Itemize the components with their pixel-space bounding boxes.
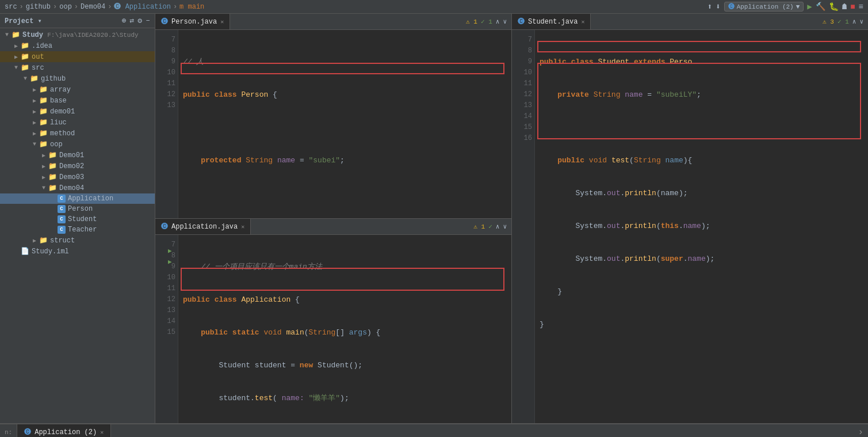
sidebar-item-liuc[interactable]: ▶ 📁 liuc — [0, 117, 155, 128]
sidebar-item-person[interactable]: C Person — [0, 204, 155, 214]
sidebar-item-demo03oop[interactable]: ▶ 📁 Demo03 — [0, 172, 155, 183]
sidebar-item-demo01oop[interactable]: ▶ 📁 Demo01 — [0, 150, 155, 161]
sidebar-title: Project ▾ — [5, 17, 42, 25]
sidebar-item-base[interactable]: ▶ 📁 base — [0, 95, 155, 106]
sidebar-item-label: struct — [50, 237, 75, 245]
main-layout: Project ▾ ⊕ ⇄ ⚙ – ▼ 📁 Study F:\java\IDEA… — [0, 14, 868, 423]
student-java-code: public class Student extends Perso priva… — [535, 30, 868, 423]
expand-icon[interactable]: ∧ — [852, 18, 856, 25]
breadcrumb-demo04: Demo04 — [81, 3, 105, 11]
sidebar-item-label: github — [41, 75, 66, 83]
sidebar-item-label: Person — [68, 205, 93, 213]
sidebar-item-src[interactable]: ▼ 📁 src — [0, 62, 155, 73]
run-config-selector[interactable]: 🅒 Application (2) ▼ — [724, 2, 804, 12]
demo03oop-folder-icon: 📁 — [48, 173, 57, 181]
sidebar-item-demo01[interactable]: ▶ 📁 demo01 — [0, 106, 155, 117]
sidebar-item-array[interactable]: ▶ 📁 array — [0, 84, 155, 95]
expand-icon[interactable]: ∧ — [496, 18, 500, 25]
ok-badge: ✓ 1 — [838, 18, 849, 25]
breadcrumb-oop: oop — [59, 3, 72, 11]
tab-close-icon[interactable]: ✕ — [241, 223, 244, 230]
breadcrumb-application: 🅒 Application — [114, 2, 170, 11]
sidebar-item-student[interactable]: C Student — [0, 214, 155, 225]
sidebar-item-label: liuc — [50, 119, 67, 127]
tab-student-java[interactable]: 🅒 Student.java ✕ — [512, 14, 591, 29]
run-line-icon2[interactable]: ▶ — [168, 257, 172, 268]
debug-icon[interactable]: 🐛 — [829, 2, 839, 12]
line-numbers: 7 8 9 10 11 12 13 14 15 — [155, 235, 178, 423]
bottom-panel: n: 🅒 Application (2) ✕ › ▲ ▼ ≡ ↓ F:\Java… — [0, 423, 868, 437]
sidebar-item-label: Demo02 — [59, 162, 84, 170]
sidebar-item-demo02oop[interactable]: ▶ 📁 Demo02 — [0, 161, 155, 172]
breadcrumb: src › github › oop › Demo04 › 🅒 Applicat… — [5, 2, 204, 11]
sidebar-item-method[interactable]: ▶ 📁 method — [0, 128, 155, 139]
student-java-editor[interactable]: 7 8 9 10 11 12 13 14 15 16 public class … — [512, 30, 868, 423]
sidebar-item-github[interactable]: ▼ 📁 github — [0, 73, 155, 84]
java-class-icon: C — [58, 205, 66, 213]
collapse-icon[interactable]: ∨ — [503, 223, 507, 230]
java-class-icon: C — [58, 226, 66, 234]
sidebar-item-label: demo01 — [50, 108, 75, 116]
arrow-icon: ▶ — [30, 237, 39, 244]
arrow-icon: ▶ — [30, 119, 39, 126]
highlight-box-student-name — [537, 41, 861, 52]
tab-application-run[interactable]: 🅒 Application (2) ✕ — [17, 424, 111, 437]
settings-icon[interactable]: ≡ — [859, 2, 863, 12]
nav-forward-icon[interactable]: ⬇ — [716, 2, 720, 12]
collapse-icon[interactable]: ∨ — [859, 18, 863, 25]
java-class-tab-icon: 🅒 — [161, 17, 168, 26]
sidebar-item-label: Teacher — [68, 226, 97, 234]
build-icon[interactable]: 🔨 — [816, 2, 825, 12]
run-tab-icon: 🅒 — [24, 428, 31, 436]
run-line-icon[interactable]: ▶ — [168, 246, 172, 257]
sidebar-item-label: out — [32, 53, 44, 61]
breadcrumb-main: m main — [179, 3, 204, 11]
sidebar-item-idea[interactable]: ▶ 📁 .idea — [0, 40, 155, 51]
sidebar-item-label: Student — [68, 215, 97, 223]
tab-application-java[interactable]: 🅒 Application.java ✕ — [155, 219, 251, 234]
stop-icon[interactable]: ■ — [850, 2, 855, 12]
sidebar-item-struct[interactable]: ▶ 📁 struct — [0, 235, 155, 246]
tab-close-icon[interactable]: ✕ — [100, 429, 104, 436]
collapse-icon[interactable]: ∨ — [503, 18, 507, 25]
arrow-icon: ▼ — [2, 32, 12, 38]
top-bar-right: ⬆ ⬇ 🅒 Application (2) ▼ ▶ 🔨 🐛 ☗ ■ ≡ — [708, 2, 863, 12]
sidebar-item-study[interactable]: ▼ 📁 Study F:\java\IDEA2020.2\Study — [0, 29, 155, 40]
run-button[interactable]: ▶ — [807, 2, 812, 12]
left-bottom-tabs: 🅒 Application.java ✕ ⚠ 1 ✓ ∧ ∨ — [155, 219, 511, 235]
breadcrumb-src: src — [5, 3, 17, 11]
sidebar-item-oop[interactable]: ▼ 📁 oop — [0, 139, 155, 150]
out-folder-icon: 📁 — [21, 52, 29, 61]
nav-back-icon[interactable]: ⬆ — [708, 2, 712, 12]
sidebar-item-label: Demo04 — [59, 184, 84, 192]
tab-close-icon[interactable]: ✕ — [581, 18, 584, 25]
person-java-editor[interactable]: 7 8 9 10 11 12 13 // 人 public class Pers… — [155, 30, 511, 218]
tab-label: Application (2) — [35, 428, 97, 436]
sidebar-gear-icon[interactable]: ⚙ — [137, 16, 142, 25]
run-config-label: Application (2) — [737, 3, 794, 10]
sidebar-item-teacher[interactable]: C Teacher — [0, 225, 155, 235]
application-java-editor[interactable]: 7 8 9 10 11 12 13 14 15 // 一个项目应该只有一个mai… — [155, 235, 511, 423]
dropdown-icon: ▼ — [796, 3, 800, 10]
sidebar-settings-icon[interactable]: ⊕ — [122, 16, 127, 25]
coverage-icon[interactable]: ☗ — [842, 2, 847, 12]
sidebar-item-label: src — [32, 64, 44, 72]
sidebar-item-demo04oop[interactable]: ▼ 📁 Demo04 — [0, 183, 155, 193]
sidebar-item-label: oop — [50, 140, 63, 149]
sidebar-minimize-icon[interactable]: – — [146, 16, 150, 25]
arrow-icon: ▶ — [30, 130, 39, 137]
sidebar-item-out[interactable]: ▶ 📁 out — [0, 51, 155, 62]
method-folder-icon: 📁 — [39, 129, 48, 138]
tab-person-java[interactable]: 🅒 Person.java ✕ — [155, 14, 230, 29]
sidebar: Project ▾ ⊕ ⇄ ⚙ – ▼ 📁 Study F:\java\IDEA… — [0, 14, 155, 423]
sidebar-collapse-icon[interactable]: ⇄ — [130, 16, 135, 25]
sidebar-item-application[interactable]: C Application — [0, 193, 155, 204]
sidebar-item-studyiml[interactable]: 📄 Study.iml — [0, 246, 155, 257]
tab-close-icon[interactable]: ✕ — [220, 18, 224, 25]
arrow-icon: ▶ — [12, 54, 21, 60]
top-bar: src › github › oop › Demo04 › 🅒 Applicat… — [0, 0, 868, 14]
editor-split: 🅒 Person.java ✕ ⚠ 1 ✓ 1 ∧ ∨ — [155, 14, 868, 423]
arrow-icon: ▶ — [30, 108, 39, 115]
sidebar-item-label: Study.iml — [32, 248, 69, 256]
expand-icon[interactable]: ∧ — [496, 223, 500, 230]
